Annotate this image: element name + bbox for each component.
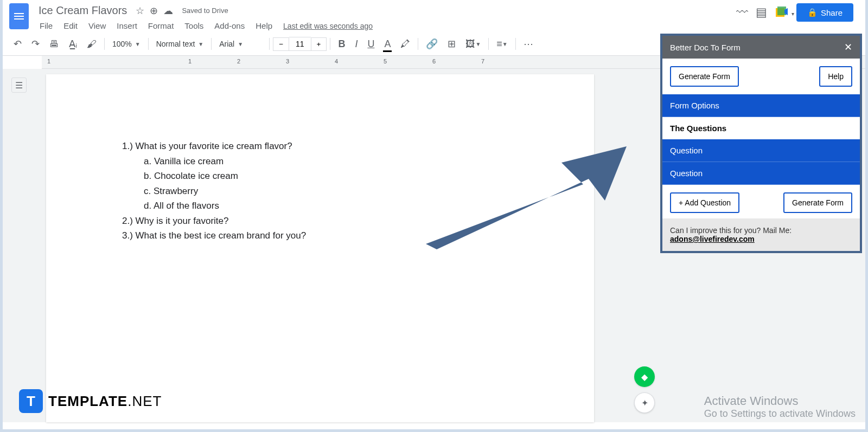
save-status: Saved to Drive [182,7,228,15]
menu-addons[interactable]: Add-ons [210,19,249,33]
last-edit-link[interactable]: Last edit was seconds ago [283,22,373,30]
menu-edit[interactable]: Edit [59,19,82,33]
menu-file[interactable]: File [35,19,57,33]
option-1b: b. Chocolate ice cream [144,169,518,183]
link-button[interactable]: 🔗 [422,35,442,53]
undo-button[interactable]: ↶ [9,35,26,53]
activity-icon[interactable]: 〰 [736,5,748,20]
app-header: Ice Cream Flavors ☆ ⊕ ☁ Saved to Drive F… [3,0,865,33]
option-1a: a. Vanilla ice cream [144,154,518,169]
font-size-control: − 11 + [273,37,327,51]
question-2: 2.) Why is it your favorite? [122,214,518,228]
help-button[interactable]: Help [819,66,852,87]
italic-button[interactable]: I [350,35,362,53]
option-1c: c. Strawberry [144,184,518,198]
underline-button[interactable]: U [363,35,379,53]
menu-help[interactable]: Help [251,19,277,33]
addon-footer: Can I improve this for you? Mail Me: ado… [662,218,860,251]
zoom-select[interactable]: 100%▼ [108,37,145,50]
comments-icon[interactable]: ▤ [756,5,767,20]
menu-format[interactable]: Format [144,19,178,33]
image-button[interactable]: 🖼 ▼ [461,35,485,53]
question-1: 1.) What is your favorite ice cream flav… [122,139,518,153]
option-1d: d. All of the flavors [144,199,518,213]
addon-title: Better Doc To Form [670,43,741,52]
outline-icon[interactable]: ☰ [11,78,27,93]
docs-logo-icon[interactable] [9,3,29,29]
form-options-section[interactable]: Form Options [662,94,860,117]
question-3: 3.) What is the best ice cream brand for… [122,229,518,243]
questions-label: The Questions [670,117,852,139]
font-size-value[interactable]: 11 [289,37,311,51]
paint-format-button[interactable]: 🖌 [82,35,101,53]
question-section-2[interactable]: Question [662,162,860,185]
addon-panel: Better Doc To Form ✕ Generate Form Help … [660,34,862,253]
template-watermark: T TEMPLATE.NET [19,389,162,413]
more-button[interactable]: ⋯ [519,35,538,53]
close-icon[interactable]: ✕ [844,41,852,53]
font-select[interactable]: Arial▼ [215,37,266,50]
windows-watermark: Activate Windows Go to Settings to activ… [704,394,856,420]
document-page[interactable]: 1.) What is your favorite ice cream flav… [46,74,594,422]
menu-insert[interactable]: Insert [112,19,142,33]
menu-view[interactable]: View [84,19,110,33]
menu-bar: File Edit View Insert Format Tools Add-o… [35,19,736,33]
menu-tools[interactable]: Tools [180,19,208,33]
bold-button[interactable]: B [334,35,349,53]
font-size-decrease[interactable]: − [273,37,289,51]
font-size-increase[interactable]: + [311,37,327,51]
star-icon[interactable]: ☆ [136,5,144,17]
cloud-icon[interactable]: ☁ [163,5,173,17]
meet-icon[interactable]: ▾ [775,5,789,20]
highlight-button[interactable]: 🖍 [396,35,414,53]
feedback-button[interactable]: ✦ [634,392,655,413]
generate-form-button-2[interactable]: Generate Form [783,192,852,213]
footer-email-link[interactable]: adons@livefiredev.com [670,235,755,243]
redo-button[interactable]: ↷ [27,35,44,53]
document-title[interactable]: Ice Cream Flavors [35,3,130,18]
style-select[interactable]: Normal text▼ [152,37,208,50]
print-button[interactable]: 🖶 [45,35,63,53]
spellcheck-button[interactable]: A̲ᵢ [65,35,81,53]
share-button[interactable]: 🔒 Share [796,3,853,22]
explore-button[interactable]: ◆ [634,366,655,387]
document-content[interactable]: 1.) What is your favorite ice cream flav… [122,139,518,243]
comment-button[interactable]: ⊞ [443,35,460,53]
add-question-button[interactable]: + Add Question [670,192,739,213]
align-button[interactable]: ≡ ▼ [492,35,512,53]
question-section-1[interactable]: Question [662,139,860,162]
move-icon[interactable]: ⊕ [150,5,158,17]
text-color-button[interactable]: A [380,35,395,53]
generate-form-button[interactable]: Generate Form [670,66,739,87]
